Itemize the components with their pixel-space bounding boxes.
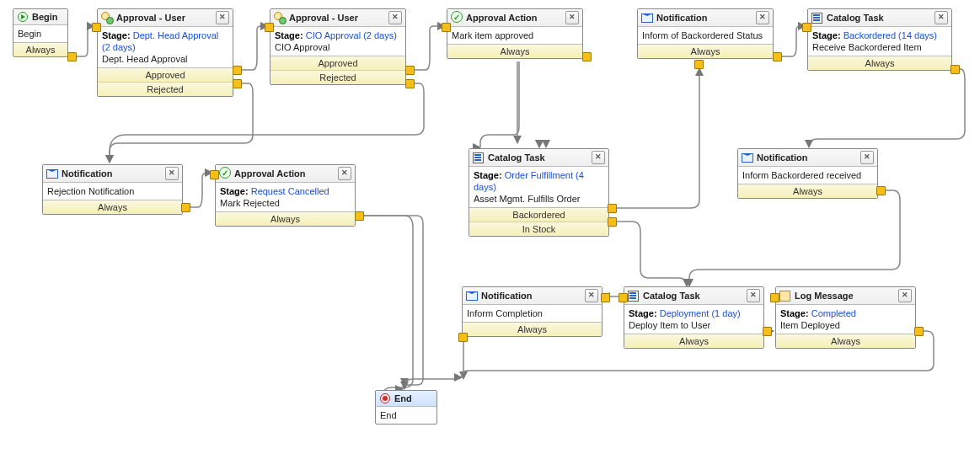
close-icon[interactable]: ✕ — [592, 151, 605, 164]
port-out[interactable] — [233, 66, 242, 75]
close-icon[interactable]: ✕ — [860, 151, 874, 164]
outcome-always[interactable]: Always — [738, 184, 877, 198]
node-begin[interactable]: Begin Begin Always — [13, 8, 68, 57]
port-in[interactable] — [770, 293, 779, 302]
port-out[interactable] — [876, 186, 886, 195]
stage-label: Stage: — [812, 30, 841, 40]
port-out[interactable] — [67, 52, 77, 61]
node-notification-rejection[interactable]: Notification ✕ Rejection Notification Al… — [42, 164, 183, 215]
log-message-icon — [779, 290, 791, 302]
outcome-rejected[interactable]: Rejected — [98, 82, 233, 96]
node-subtitle: Inform of Backordered Status — [638, 27, 773, 44]
outcome-always[interactable]: Always — [43, 200, 182, 214]
close-icon[interactable]: ✕ — [934, 11, 948, 24]
node-title: Log Message — [795, 291, 898, 301]
notification-icon — [742, 152, 753, 163]
stage-label: Stage: — [102, 30, 131, 40]
port-out[interactable] — [233, 79, 242, 88]
outcome-always[interactable]: Always — [808, 56, 951, 70]
node-title: End — [394, 393, 433, 403]
port-out[interactable] — [181, 203, 190, 212]
node-notification-completion[interactable]: Notification ✕ Inform Completion Always — [462, 286, 602, 337]
stage-value: Backordered (14 days) — [843, 30, 937, 40]
port-in[interactable] — [92, 23, 101, 32]
node-title: Catalog Task — [488, 152, 592, 163]
port-out[interactable] — [914, 327, 924, 336]
node-log-deployed[interactable]: Log Message ✕ Stage: Completed Item Depl… — [775, 286, 916, 349]
stage-label: Stage: — [780, 308, 809, 318]
port-in[interactable] — [442, 23, 451, 32]
node-title: Approval Action — [466, 13, 565, 23]
node-end[interactable]: End End — [375, 390, 437, 425]
port-out[interactable] — [763, 327, 772, 336]
port-out[interactable] — [405, 66, 415, 75]
port-out[interactable] — [458, 333, 468, 342]
node-title: Catalog Task — [643, 291, 747, 301]
approval-action-icon — [219, 168, 231, 179]
node-subtitle: Receive Backordered Item — [812, 42, 922, 52]
port-in[interactable] — [619, 293, 628, 302]
close-icon[interactable]: ✕ — [165, 167, 179, 180]
node-subtitle: Mark item approved — [447, 27, 582, 44]
close-icon[interactable]: ✕ — [388, 11, 402, 24]
node-approval-cio[interactable]: Approval - User ✕ Stage: CIO Approval (2… — [270, 8, 406, 85]
close-icon[interactable]: ✕ — [756, 11, 769, 24]
node-subtitle: CIO Approval — [275, 42, 329, 52]
port-out[interactable] — [608, 217, 617, 227]
node-subtitle: Inform Backordered received — [738, 167, 877, 184]
outcome-instock[interactable]: In Stock — [469, 222, 608, 236]
stage-label: Stage: — [275, 30, 303, 40]
outcome-always[interactable]: Always — [447, 45, 582, 58]
outcome-approved[interactable]: Approved — [98, 68, 233, 82]
close-icon[interactable]: ✕ — [216, 11, 229, 24]
begin-icon — [17, 11, 29, 23]
port-out[interactable] — [608, 204, 617, 213]
node-subtitle: Deploy Item to User — [629, 320, 710, 330]
outcome-rejected[interactable]: Rejected — [270, 70, 405, 84]
port-in[interactable] — [210, 170, 219, 179]
node-approval-action-cancelled[interactable]: Approval Action ✕ Stage: Request Cancell… — [215, 164, 356, 227]
port-in[interactable] — [802, 23, 811, 32]
close-icon[interactable]: ✕ — [565, 11, 579, 24]
port-out[interactable] — [951, 65, 960, 74]
outcome-backordered[interactable]: Backordered — [469, 208, 608, 222]
outcome-always[interactable]: Always — [638, 45, 773, 58]
stage-label: Stage: — [629, 308, 657, 318]
outcome-always[interactable]: Always — [624, 334, 763, 348]
node-catalog-deploy[interactable]: Catalog Task ✕ Stage: Deployment (1 day)… — [624, 286, 764, 349]
node-catalog-fulfill[interactable]: Catalog Task ✕ Stage: Order Fulfillment … — [469, 148, 609, 237]
catalog-task-icon — [811, 12, 823, 24]
close-icon[interactable]: ✕ — [747, 289, 760, 302]
port-out[interactable] — [355, 211, 364, 221]
notification-icon — [641, 12, 653, 24]
node-catalog-backordered[interactable]: Catalog Task ✕ Stage: Backordered (14 da… — [807, 8, 952, 71]
notification-icon — [466, 290, 478, 302]
outcome-approved[interactable]: Approved — [270, 56, 405, 70]
close-icon[interactable]: ✕ — [585, 289, 598, 302]
port-out[interactable] — [582, 52, 592, 61]
catalog-task-icon — [473, 152, 485, 163]
close-icon[interactable]: ✕ — [338, 167, 351, 180]
approval-action-icon — [451, 12, 463, 24]
close-icon[interactable]: ✕ — [898, 289, 912, 302]
stage-label: Stage: — [220, 186, 249, 196]
node-notification-backordered-status[interactable]: Notification ✕ Inform of Backordered Sta… — [637, 8, 774, 59]
stage-value: Completed — [811, 308, 856, 318]
outcome-always[interactable]: Always — [463, 323, 602, 336]
node-title: Notification — [62, 168, 165, 179]
port-out[interactable] — [773, 52, 782, 61]
outcome-always[interactable]: Always — [216, 212, 355, 226]
node-subtitle: Item Deployed — [780, 320, 840, 330]
outcome-always[interactable]: Always — [776, 334, 915, 348]
node-approval-dept[interactable]: Approval - User ✕ Stage: Dept. Head Appr… — [97, 8, 233, 97]
port-in[interactable] — [601, 293, 610, 302]
node-title: Approval - User — [289, 13, 388, 23]
port-out[interactable] — [405, 79, 415, 88]
outcome-always[interactable]: Always — [13, 43, 67, 56]
port-in[interactable] — [265, 23, 274, 32]
node-title: Notification — [481, 291, 585, 301]
node-subtitle: Inform Completion — [463, 305, 602, 322]
node-notification-backordered-received[interactable]: Notification ✕ Inform Backordered receiv… — [737, 148, 878, 199]
node-approval-action-mark[interactable]: Approval Action ✕ Mark item approved Alw… — [447, 8, 583, 59]
port-in[interactable] — [694, 60, 704, 69]
